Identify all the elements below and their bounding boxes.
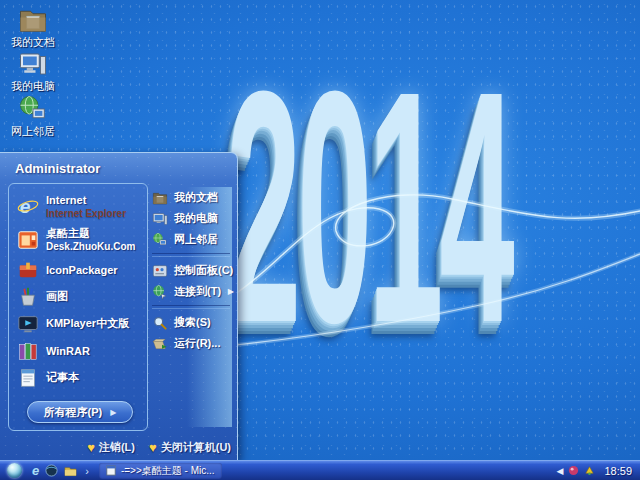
menu-separator (152, 253, 230, 257)
menu-item-label: 连接到(T) (174, 284, 221, 299)
menu-item-iconpackager[interactable]: IconPackager (9, 256, 147, 283)
taskbar: e › -=>>桌酷主题 - Mic... ◀ (0, 460, 640, 480)
all-programs-button[interactable]: 所有程序(P) ▶ (27, 401, 133, 423)
kmplayer-icon (17, 313, 39, 335)
shutdown-label: 关闭计算机(U) (161, 440, 231, 455)
task-button-label: -=>>桌酷主题 - Mic... (121, 464, 215, 478)
network-places-icon (152, 232, 168, 248)
desktop-show-icon[interactable] (64, 464, 77, 477)
quicklaunch-overflow-chevron-icon[interactable]: › (85, 465, 89, 477)
search-icon (152, 315, 168, 331)
notepad-icon (17, 367, 39, 389)
menu-item-run[interactable]: 运行(R)... (150, 333, 232, 354)
iconpackager-icon (17, 259, 39, 281)
svg-text:e: e (20, 196, 31, 217)
my-computer-icon (18, 49, 48, 79)
my-documents-icon (18, 5, 48, 35)
wallpaper-2014-text: 2014 (226, 42, 511, 372)
my-computer-icon (152, 211, 168, 227)
menu-item-my-documents[interactable]: 我的文档 (150, 187, 232, 208)
menu-item-title: IconPackager (46, 264, 118, 276)
tray-ime-icon[interactable] (584, 465, 595, 476)
control-panel-icon (152, 263, 168, 279)
menu-separator (152, 305, 230, 309)
menu-item-label: 控制面板(C) (174, 263, 233, 278)
menu-item-label: 网上邻居 (174, 232, 218, 247)
taskbar-clock[interactable]: 18:59 (604, 465, 632, 477)
my-documents-icon (152, 190, 168, 206)
start-menu: Administrator e Internet Internet Explor… (0, 152, 238, 460)
menu-item-control-panel[interactable]: 控制面板(C) (150, 260, 232, 281)
menu-item-title: 画图 (46, 289, 68, 304)
submenu-arrow-icon: ▶ (228, 287, 234, 296)
zhuoku-theme-icon (17, 229, 39, 251)
start-menu-header: Administrator (0, 153, 237, 183)
menu-item-connect-to[interactable]: 连接到(T) ▶ (150, 281, 232, 302)
menu-item-label: 搜索(S) (174, 315, 211, 330)
log-off-icon: ♥ (87, 441, 95, 454)
desktop-icon-label: 网上邻居 (4, 125, 62, 137)
browser-globe-icon[interactable] (45, 464, 58, 477)
menu-item-zhuoku-theme[interactable]: 桌酷主题 Desk.ZhuoKu.Com (9, 223, 147, 256)
menu-item-title: WinRAR (46, 345, 90, 357)
quick-launch: e (32, 464, 77, 477)
desktop-icon-my-documents[interactable]: 我的文档 (4, 5, 62, 48)
menu-item-my-computer[interactable]: 我的电脑 (150, 208, 232, 229)
tray-collapse-chevron-icon[interactable]: ◀ (557, 466, 564, 476)
menu-item-title: Internet (46, 194, 86, 206)
user-name: Administrator (15, 161, 100, 176)
menu-item-notepad[interactable]: 记事本 (9, 364, 147, 391)
winrar-icon (17, 340, 39, 362)
desktop-icon-network-places[interactable]: 网上邻居 (4, 94, 62, 137)
desktop-icon-my-computer[interactable]: 我的电脑 (4, 49, 62, 92)
menu-item-label: 我的电脑 (174, 211, 218, 226)
shutdown-button[interactable]: ♥ 关闭计算机(U) (149, 440, 231, 455)
arrow-right-icon: ▶ (110, 408, 116, 417)
menu-item-kmplayer[interactable]: KMPlayer中文版 (9, 310, 147, 337)
network-places-icon (18, 94, 48, 124)
desktop-icon-label: 我的电脑 (4, 80, 62, 92)
menu-item-title: 桌酷主题 (46, 227, 90, 239)
start-menu-footer: ♥ 注销(L) ♥ 关闭计算机(U) (87, 440, 231, 455)
menu-item-internet[interactable]: e Internet Internet Explorer (9, 190, 147, 223)
menu-item-label: 运行(R)... (174, 336, 220, 351)
menu-item-title: 记事本 (46, 370, 79, 385)
menu-item-network-places[interactable]: 网上邻居 (150, 229, 232, 250)
menu-item-subtitle: Desk.ZhuoKu.Com (46, 241, 135, 252)
task-window-icon (106, 465, 116, 476)
tray-app-icon[interactable] (568, 465, 579, 476)
log-off-button[interactable]: ♥ 注销(L) (87, 440, 135, 455)
shutdown-icon: ♥ (149, 441, 157, 454)
paint-icon (17, 286, 39, 308)
start-menu-places-panel: 我的文档 我的电脑 网上邻居 (150, 187, 232, 427)
taskbar-task-button[interactable]: -=>>桌酷主题 - Mic... (99, 463, 222, 479)
start-button[interactable] (7, 463, 22, 478)
log-off-label: 注销(L) (99, 440, 135, 455)
all-programs-label: 所有程序(P) (44, 405, 103, 420)
connect-to-icon (152, 284, 168, 300)
start-menu-pinned-panel: e Internet Internet Explorer 桌酷主题 Des (8, 183, 148, 431)
menu-item-title: KMPlayer中文版 (46, 316, 129, 331)
desktop-icon-label: 我的文档 (4, 36, 62, 48)
system-tray: ◀ 18:59 (557, 465, 640, 477)
desktop: 2014 我的文档 我的电脑 网上邻居 (0, 0, 640, 480)
menu-item-label: 我的文档 (174, 190, 218, 205)
ie-quicklaunch-icon[interactable]: e (32, 464, 39, 477)
menu-item-search[interactable]: 搜索(S) (150, 312, 232, 333)
run-icon (152, 336, 168, 352)
menu-item-paint[interactable]: 画图 (9, 283, 147, 310)
menu-item-winrar[interactable]: WinRAR (9, 337, 147, 364)
internet-explorer-icon: e (17, 196, 39, 218)
menu-item-subtitle: Internet Explorer (46, 208, 126, 219)
